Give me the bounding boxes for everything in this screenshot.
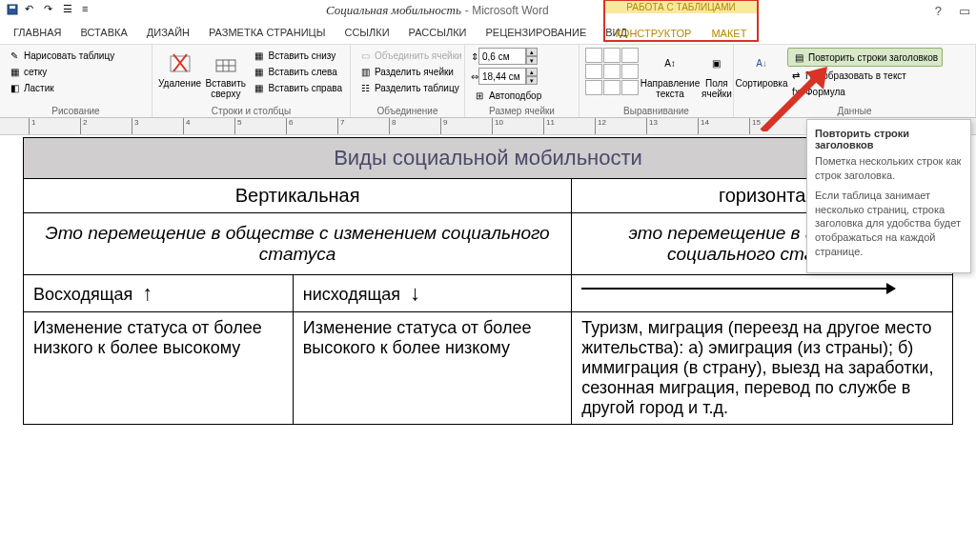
text-direction-button[interactable]: A↕ Направление текста [642,48,698,105]
desc-vertical[interactable]: Это перемещение в обществе с изменением … [24,213,572,275]
align-tr[interactable] [621,48,639,63]
group-rows-cols-label: Строки и столбцы [158,105,344,117]
ribbon: ✎Нарисовать таблицу ▦сетку ◧Ластик Рисов… [0,44,976,118]
tooltip-text-2: Если таблица занимает несколько страниц,… [815,189,963,259]
split-cells-icon: ▥ [358,65,372,78]
sort-icon: A↓ [748,50,775,76]
detail-descending[interactable]: Изменение статуса от более высокого к бо… [293,312,572,425]
arrow-down-icon: ↓ [410,281,420,305]
detail-ascending[interactable]: Изменение статуса от более низкого к бол… [24,312,294,425]
insert-left-button[interactable]: ▦Вставить слева [251,64,344,79]
insert-above-icon [213,50,239,76]
col-vertical[interactable]: Вертикальная [24,179,572,213]
group-cellsize-label: Размер ячейки [471,105,573,117]
cell-descending[interactable]: нисходящая ↓ [293,275,572,312]
numbering-icon[interactable]: ≡ [82,3,97,18]
document-title: Социальная мобильность [326,3,461,18]
autofit-button[interactable]: ⊞Автоподбор [471,88,543,103]
insert-below-button[interactable]: ▦Вставить снизу [251,48,344,63]
undo-icon[interactable]: ↶ [25,3,40,18]
arrow-up-icon: ↑ [142,281,152,305]
redo-icon[interactable]: ↷ [44,3,59,18]
tab-references[interactable]: ССЫЛКИ [335,23,398,42]
group-drawing-label: Рисование [6,105,146,117]
tooltip-repeat-header: Повторить строки заголовков Пометка неск… [806,119,971,273]
delete-button[interactable]: Удаление [158,48,201,105]
quick-access-toolbar: ↶ ↷ ☰ ≡ [6,3,97,18]
svg-rect-1 [10,6,15,9]
tab-home[interactable]: ГЛАВНАЯ [4,23,71,42]
align-bc[interactable] [603,80,620,95]
tooltip-text-1: Пометка нескольких строк как строк загол… [815,154,963,183]
split-cells-button[interactable]: ▥Разделить ячейки [356,64,464,79]
tab-table-layout[interactable]: МАКЕТ [711,28,746,39]
tab-insert[interactable]: ВСТАВКА [71,23,136,42]
row-height-input[interactable]: ⇕▴▾ [471,48,543,65]
delete-icon [167,50,193,76]
ribbon-tabs: ГЛАВНАЯ ВСТАВКА ДИЗАЙН РАЗМЕТКА СТРАНИЦЫ… [0,21,976,44]
align-tl[interactable] [585,48,602,63]
group-alignment-label: Выравнивание [585,105,727,117]
margins-icon: ▣ [703,50,730,76]
detail-horizontal[interactable]: Туризм, миграция (переезд на другое мест… [572,312,953,425]
table-tools-contextual: РАБОТА С ТАБЛИЦАМИ КОНСТРУКТОР МАКЕТ [603,0,759,42]
merge-cells-button[interactable]: ▭Объединить ячейки [356,48,464,63]
cell-horizontal-arrow[interactable] [572,275,953,312]
split-table-button[interactable]: ☷Разделить таблицу [356,80,464,95]
pencil-icon: ✎ [8,49,21,62]
alignment-grid [585,48,639,105]
align-mr[interactable] [621,64,639,79]
align-mc[interactable] [603,64,620,79]
grid-icon: ▦ [8,65,21,78]
cell-ascending[interactable]: Восходящая ↑ [24,275,294,312]
insert-below-icon: ▦ [253,49,266,62]
table-detail-row: Изменение статуса от более низкого к бол… [24,312,953,425]
align-ml[interactable] [585,64,602,79]
tab-review[interactable]: РЕЦЕНЗИРОВАНИЕ [476,23,596,42]
eraser-icon: ◧ [8,81,21,94]
split-table-icon: ☷ [358,81,372,94]
align-tc[interactable] [603,48,620,63]
group-data-label: Данные [740,105,969,117]
width-icon: ⇔ [471,71,478,82]
tooltip-title: Повторить строки заголовков [815,128,963,150]
tab-mailings[interactable]: РАССЫЛКИ [399,23,477,42]
text-direction-icon: A↕ [657,50,683,76]
save-icon[interactable] [6,3,21,18]
draw-table-button[interactable]: ✎Нарисовать таблицу [6,48,116,63]
tab-page-layout[interactable]: РАЗМЕТКА СТРАНИЦЫ [199,23,335,42]
ribbon-options-icon[interactable]: ▭ [959,4,970,18]
tab-table-design[interactable]: КОНСТРУКТОР [616,28,692,39]
contextual-title: РАБОТА С ТАБЛИЦАМИ [605,1,757,13]
repeat-header-icon: ▤ [792,50,805,64]
merge-icon: ▭ [358,49,372,62]
group-merge-label: Объединение [356,105,458,117]
eraser-button[interactable]: ◧Ластик [6,80,116,95]
formula-button[interactable]: fxФормула [787,84,943,99]
autofit-icon: ⊞ [473,89,486,102]
align-br[interactable] [621,80,639,95]
convert-to-text-button[interactable]: ⇄Преобразовать в текст [787,68,943,83]
insert-right-button[interactable]: ▦Вставить справа [251,80,344,95]
bullets-icon[interactable]: ☰ [63,3,78,18]
view-gridlines-button[interactable]: ▦сетку [6,64,116,79]
repeat-header-rows-button[interactable]: ▤Повторить строки заголовков [787,48,943,67]
insert-left-icon: ▦ [253,65,266,78]
tab-design[interactable]: ДИЗАЙН [137,23,199,42]
app-title: - Microsoft Word [465,4,549,17]
convert-icon: ⇄ [789,69,803,82]
insert-above-button[interactable]: Вставить сверху [205,48,246,105]
col-width-input[interactable]: ⇔▴▾ [471,68,543,85]
help-icon[interactable]: ? [935,4,942,18]
formula-icon: fx [789,85,803,98]
cell-margins-button[interactable]: ▣ Поля ячейки [702,48,732,105]
sort-button[interactable]: A↓ Сортировка [740,48,783,105]
height-icon: ⇕ [471,51,478,62]
arrow-right-icon [581,281,896,296]
title-bar: ↶ ↷ ☰ ≡ Социальная мобильность - Microso… [0,0,976,21]
insert-right-icon: ▦ [253,81,266,94]
table-arrow-row: Восходящая ↑ нисходящая ↓ [24,275,953,312]
align-bl[interactable] [585,80,602,95]
